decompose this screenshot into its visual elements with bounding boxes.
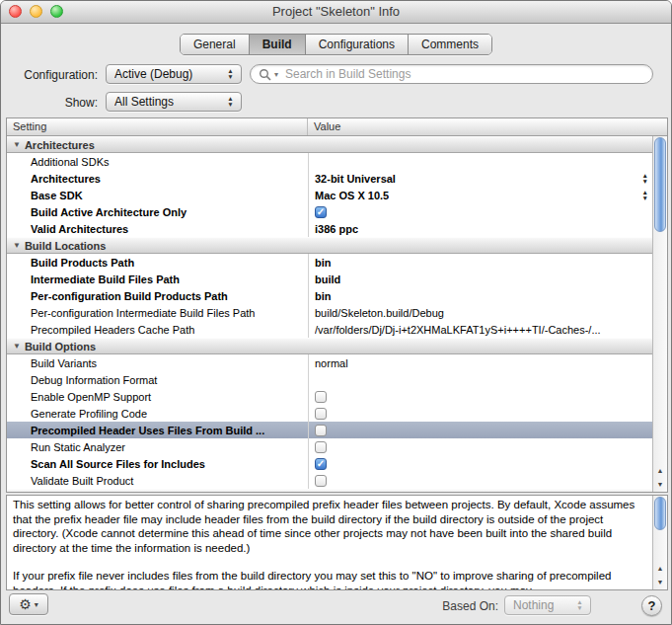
settings-table: Setting Value ▼ArchitecturesAdditional S… (6, 117, 668, 493)
scroll-down-arrow[interactable]: ▼ (653, 478, 667, 492)
description-scroll-arrows: ▲ ▼ (653, 562, 667, 589)
table-row-enable-openmp-support[interactable]: Enable OpenMP Support (7, 388, 652, 405)
table-row-base-sdk[interactable]: Base SDKMac OS X 10.5▲▼ (7, 187, 652, 203)
show-popup-value: All Settings (114, 95, 225, 109)
value-text: /var/folders/Dj/Dj-i+t2XHMaLKFAT1yS+i+++… (315, 324, 601, 336)
value-text: build/Skeleton.build/Debug (315, 307, 444, 319)
setting-name: Enable OpenMP Support (7, 391, 308, 403)
setting-value[interactable]: ✓ (308, 203, 652, 220)
search-field[interactable]: ▾ (250, 64, 653, 84)
minimize-button[interactable] (30, 5, 42, 18)
setting-value[interactable]: /var/folders/Dj/Dj-i+t2XHMaLKFAT1yS+i+++… (308, 321, 652, 338)
setting-name: Base SDK (7, 190, 308, 201)
setting-name: Scan All Source Files for Includes (7, 458, 308, 470)
table-row-additional-sdks[interactable]: Additional SDKs (7, 153, 652, 170)
value-text: Mac OS X 10.5 (315, 190, 389, 201)
checkbox[interactable] (315, 425, 327, 436)
setting-value[interactable]: bin (308, 254, 652, 271)
search-icon (259, 68, 271, 81)
scroll-up-arrow[interactable]: ▲ (653, 562, 667, 576)
title-bar[interactable]: Project "Skeleton" Info (1, 1, 671, 24)
section-row-architectures[interactable]: ▼Architectures (7, 136, 652, 153)
setting-value[interactable]: bin (308, 287, 652, 304)
popup-arrows-icon: ▲▼ (225, 68, 236, 80)
setting-value[interactable] (308, 153, 652, 170)
setting-value[interactable]: ✓ (308, 455, 652, 472)
zoom-button[interactable] (50, 5, 63, 18)
setting-value[interactable]: build (308, 271, 652, 287)
setting-value[interactable]: 32-bit Universal▲▼ (308, 170, 652, 187)
tab-general[interactable]: General (181, 35, 250, 54)
scroll-down-arrow[interactable]: ▼ (653, 576, 667, 589)
table-row-build-products-path[interactable]: Build Products Pathbin (7, 254, 652, 271)
tab-build[interactable]: Build (250, 35, 306, 54)
section-row-build-options[interactable]: ▼Build Options (7, 338, 652, 354)
table-row-build-variants[interactable]: Build Variantsnormal (7, 354, 652, 371)
gear-icon: ⚙ (19, 596, 32, 612)
setting-value[interactable] (308, 388, 652, 405)
checkbox[interactable] (315, 475, 327, 487)
description-paragraph: This setting allows for better control o… (13, 498, 648, 555)
tab-configurations[interactable]: Configurations (306, 35, 409, 54)
table-row-precompiled-headers-cache-path[interactable]: Precompiled Headers Cache Path/var/folde… (7, 321, 652, 338)
close-button[interactable] (9, 5, 22, 18)
table-scrollbar-thumb[interactable] (654, 137, 666, 232)
setting-name: Per-configuration Build Products Path (7, 290, 308, 302)
checkbox[interactable] (315, 408, 327, 420)
table-header: Setting Value (7, 118, 667, 136)
value-stepper-icon[interactable]: ▲▼ (642, 190, 648, 201)
tab-comments[interactable]: Comments (409, 35, 491, 54)
table-row-precompiled-header-uses-files-from-build[interactable]: Precompiled Header Uses Files From Build… (7, 422, 652, 438)
disclosure-triangle-icon[interactable]: ▼ (13, 342, 21, 351)
configuration-popup[interactable]: Active (Debug) ▲▼ (106, 64, 242, 84)
setting-value[interactable] (308, 472, 652, 489)
section-row-code-signing[interactable]: ▼Code Signing (7, 489, 652, 492)
value-text: normal (315, 357, 348, 369)
description-text: This setting allows for better control o… (13, 498, 648, 589)
setting-name: Generate Profiling Code (7, 408, 308, 420)
table-row-debug-information-format[interactable]: Debug Information Format (7, 371, 652, 388)
disclosure-triangle-icon[interactable]: ▼ (13, 241, 21, 250)
tab-bar-wrap: GeneralBuildConfigurationsComments (1, 34, 671, 55)
setting-value[interactable] (308, 405, 652, 422)
checkbox[interactable] (315, 441, 327, 453)
table-row-intermediate-build-files-path[interactable]: Intermediate Build Files Pathbuild (7, 271, 652, 287)
scroll-up-arrow[interactable]: ▲ (653, 464, 667, 478)
value-stepper-icon[interactable]: ▲▼ (642, 173, 648, 185)
help-button[interactable]: ? (641, 595, 662, 616)
disclosure-triangle-icon[interactable]: ▼ (13, 140, 21, 149)
setting-value[interactable] (308, 422, 652, 438)
checkbox[interactable]: ✓ (315, 206, 327, 218)
action-menu-button[interactable]: ⚙ ▾ (9, 593, 48, 615)
based-on-popup[interactable]: Nothing ▲▼ (504, 595, 591, 615)
setting-value[interactable] (308, 438, 652, 455)
search-input[interactable] (283, 66, 644, 82)
based-on-popup-value: Nothing (513, 598, 574, 612)
table-row-per-configuration-build-products-path[interactable]: Per-configuration Build Products Pathbin (7, 287, 652, 304)
table-row-scan-all-source-files-for-includes[interactable]: Scan All Source Files for Includes✓ (7, 455, 652, 472)
table-row-valid-architectures[interactable]: Valid Architecturesi386 ppc (7, 220, 652, 237)
checkbox[interactable] (315, 391, 327, 403)
section-row-build-locations[interactable]: ▼Build Locations (7, 237, 652, 254)
setting-value[interactable]: build/Skeleton.build/Debug (308, 304, 652, 321)
setting-value[interactable]: i386 ppc (308, 220, 652, 237)
search-menu-chevron-icon[interactable]: ▾ (274, 70, 278, 79)
setting-value[interactable]: normal (308, 354, 652, 371)
table-row-architectures[interactable]: Architectures32-bit Universal▲▼ (7, 170, 652, 187)
description-scrollbar[interactable]: ▲ ▼ (652, 496, 667, 589)
table-row-validate-built-product[interactable]: Validate Built Product (7, 472, 652, 489)
table-row-per-configuration-intermediate-build-files-path[interactable]: Per-configuration Intermediate Build Fil… (7, 304, 652, 321)
table-row-build-active-architecture-only[interactable]: Build Active Architecture Only✓ (7, 203, 652, 220)
table-scrollbar[interactable]: ▲ ▼ (652, 136, 667, 492)
checkbox[interactable]: ✓ (315, 458, 327, 470)
column-header-setting[interactable]: Setting (7, 118, 308, 135)
setting-value[interactable]: Mac OS X 10.5▲▼ (308, 187, 652, 203)
setting-name: Run Static Analyzer (7, 441, 308, 453)
setting-value[interactable] (308, 371, 652, 388)
value-text: build (315, 273, 340, 285)
column-header-value[interactable]: Value (308, 118, 667, 135)
table-row-generate-profiling-code[interactable]: Generate Profiling Code (7, 405, 652, 422)
show-popup[interactable]: All Settings ▲▼ (106, 92, 242, 112)
table-row-run-static-analyzer[interactable]: Run Static Analyzer (7, 438, 652, 455)
description-scrollbar-thumb[interactable] (654, 497, 666, 530)
